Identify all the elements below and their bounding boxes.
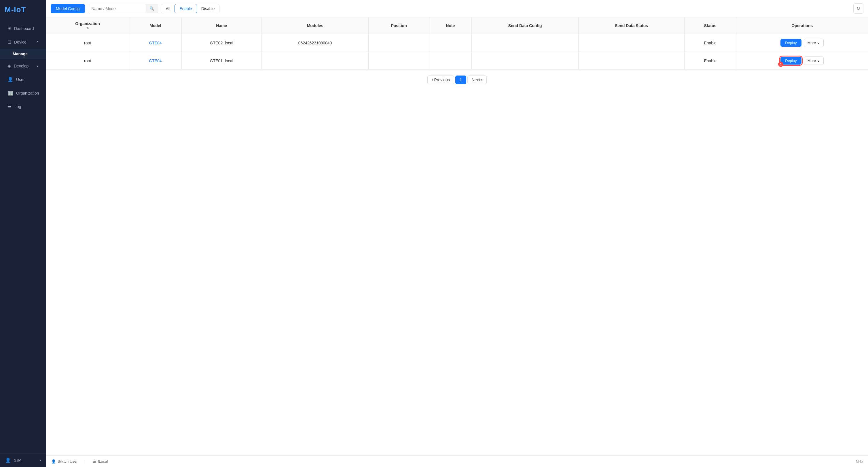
sidebar-item-label: Develop bbox=[14, 64, 29, 68]
cell-model: GTE04 bbox=[129, 34, 182, 52]
user-avatar-icon: 👤 bbox=[5, 458, 11, 463]
switch-user-item[interactable]: 👤 Switch User bbox=[51, 459, 78, 464]
col-name: Name bbox=[181, 17, 261, 34]
sidebar-item-develop[interactable]: ◈ Develop ∨ bbox=[2, 60, 44, 72]
cell-model: GTE04 bbox=[129, 52, 182, 70]
toolbar: Model Config 🔍 All Enable Disable ↻ bbox=[46, 0, 868, 17]
footer-separator: | bbox=[84, 459, 85, 464]
cell-name: GTE02_local bbox=[181, 34, 261, 52]
sidebar-username: SJM bbox=[14, 458, 21, 462]
local-label: ILocal bbox=[98, 459, 108, 464]
previous-label: Previous bbox=[434, 78, 450, 82]
user-icon: 👤 bbox=[7, 77, 13, 82]
sidebar: M-IoT ⊞ Dashboard ⊡ Device ∧ Manage ◈ De… bbox=[0, 0, 46, 467]
page-1-button[interactable]: 1 bbox=[455, 76, 466, 84]
more-arrow-icon: ∨ bbox=[817, 41, 820, 45]
log-icon: ☰ bbox=[7, 104, 11, 109]
dashboard-icon: ⊞ bbox=[7, 26, 11, 31]
filter-disable-button[interactable]: Disable bbox=[197, 4, 219, 13]
prev-arrow-icon: ‹ bbox=[432, 78, 433, 82]
cell-note bbox=[429, 52, 471, 70]
search-button[interactable]: 🔍 bbox=[146, 4, 158, 13]
table-header-row: Organization ⇅ Model Name Modules Positi… bbox=[46, 17, 868, 34]
local-item[interactable]: 🏛 ILocal bbox=[92, 459, 108, 464]
search-input[interactable] bbox=[88, 4, 146, 13]
operations-cell: Deploy More ∨ bbox=[740, 39, 865, 47]
cell-send-data-config bbox=[471, 52, 578, 70]
col-send-data-config: Send Data Config bbox=[471, 17, 578, 34]
sidebar-footer[interactable]: 👤 SJM › bbox=[0, 453, 46, 467]
sidebar-item-label: Dashboard bbox=[14, 26, 34, 31]
col-status: Status bbox=[684, 17, 736, 34]
badge-count: 1 bbox=[778, 62, 783, 67]
sort-icon: ⇅ bbox=[86, 27, 89, 30]
cell-modules: 062426231090040 bbox=[261, 34, 369, 52]
sidebar-item-label: Organization bbox=[16, 91, 39, 95]
cell-organization: root bbox=[46, 52, 129, 70]
col-modules: Modules bbox=[261, 17, 369, 34]
device-icon: ⊡ bbox=[7, 39, 11, 45]
filter-enable-button[interactable]: Enable bbox=[175, 4, 197, 13]
develop-icon: ◈ bbox=[7, 63, 11, 68]
col-position: Position bbox=[369, 17, 429, 34]
deploy-button-row2[interactable]: Deploy bbox=[780, 57, 801, 65]
cell-name: GTE01_local bbox=[181, 52, 261, 70]
model-link[interactable]: GTE04 bbox=[149, 59, 161, 63]
sidebar-manage-label: Manage bbox=[13, 52, 28, 56]
deploy-button-row1[interactable]: Deploy bbox=[780, 39, 801, 47]
sidebar-item-label: Log bbox=[14, 104, 21, 109]
col-note: Note bbox=[429, 17, 471, 34]
pagination: ‹ Previous 1 Next › bbox=[46, 70, 868, 90]
previous-button[interactable]: ‹ Previous bbox=[427, 76, 454, 84]
cell-modules bbox=[261, 52, 369, 70]
next-button[interactable]: Next › bbox=[467, 76, 487, 84]
sidebar-item-device[interactable]: ⊡ Device ∧ bbox=[2, 36, 44, 48]
brand-footer-label: M-Io bbox=[856, 460, 863, 464]
app-logo: M-IoT bbox=[0, 0, 46, 19]
chevron-up-icon: ∧ bbox=[36, 40, 39, 44]
col-organization: Organization ⇅ bbox=[46, 17, 129, 34]
next-arrow-icon: › bbox=[481, 78, 483, 82]
cell-status: Enable bbox=[684, 34, 736, 52]
sidebar-footer-arrow: › bbox=[40, 459, 41, 462]
sidebar-item-organization[interactable]: 🏢 Organization bbox=[2, 87, 44, 99]
search-icon: 🔍 bbox=[150, 6, 154, 11]
cell-position bbox=[369, 52, 429, 70]
more-button-row2[interactable]: More ∨ bbox=[804, 57, 824, 65]
sidebar-item-log[interactable]: ☰ Log bbox=[2, 100, 44, 113]
filter-all-button[interactable]: All bbox=[161, 4, 175, 13]
sidebar-item-label: Device bbox=[14, 40, 27, 45]
model-config-button[interactable]: Model Config bbox=[51, 4, 85, 13]
switch-user-icon: 👤 bbox=[51, 459, 56, 464]
col-model: Model bbox=[129, 17, 182, 34]
model-link[interactable]: GTE04 bbox=[149, 41, 161, 45]
more-label: More bbox=[808, 41, 816, 45]
device-table: Organization ⇅ Model Name Modules Positi… bbox=[46, 17, 868, 70]
cell-send-data-config bbox=[471, 34, 578, 52]
next-label: Next bbox=[472, 78, 480, 82]
deploy-wrapper-row2: Deploy 1 bbox=[780, 57, 801, 65]
cell-send-data-status bbox=[579, 52, 684, 70]
cell-operations: Deploy 1 More ∨ bbox=[736, 52, 868, 70]
refresh-button[interactable]: ↻ bbox=[853, 3, 863, 13]
sidebar-item-manage[interactable]: Manage bbox=[0, 49, 46, 59]
cell-position bbox=[369, 34, 429, 52]
sidebar-item-dashboard[interactable]: ⊞ Dashboard bbox=[2, 22, 44, 35]
filter-group: All Enable Disable bbox=[161, 4, 220, 13]
nav-group-device: ⊡ Device ∧ Manage bbox=[0, 35, 46, 59]
table-row: root GTE04 GTE02_local 062426231090040 E… bbox=[46, 34, 868, 52]
operations-cell: Deploy 1 More ∨ bbox=[740, 57, 865, 65]
table-row: root GTE04 GTE01_local Enable Deploy bbox=[46, 52, 868, 70]
more-button-row1[interactable]: More ∨ bbox=[804, 39, 824, 47]
nav-menu: ⊞ Dashboard ⊡ Device ∧ Manage ◈ Develop … bbox=[0, 19, 46, 453]
cell-send-data-status bbox=[579, 34, 684, 52]
local-icon: 🏛 bbox=[92, 459, 96, 464]
main-content: Model Config 🔍 All Enable Disable ↻ Orga… bbox=[46, 0, 868, 467]
refresh-icon: ↻ bbox=[857, 6, 860, 11]
col-send-data-status: Send Data Status bbox=[579, 17, 684, 34]
cell-note bbox=[429, 34, 471, 52]
col-operations: Operations bbox=[736, 17, 868, 34]
sidebar-item-user[interactable]: 👤 User bbox=[2, 73, 44, 86]
search-box: 🔍 bbox=[88, 4, 158, 13]
page-footer: 👤 Switch User | 🏛 ILocal M-Io bbox=[46, 456, 868, 467]
